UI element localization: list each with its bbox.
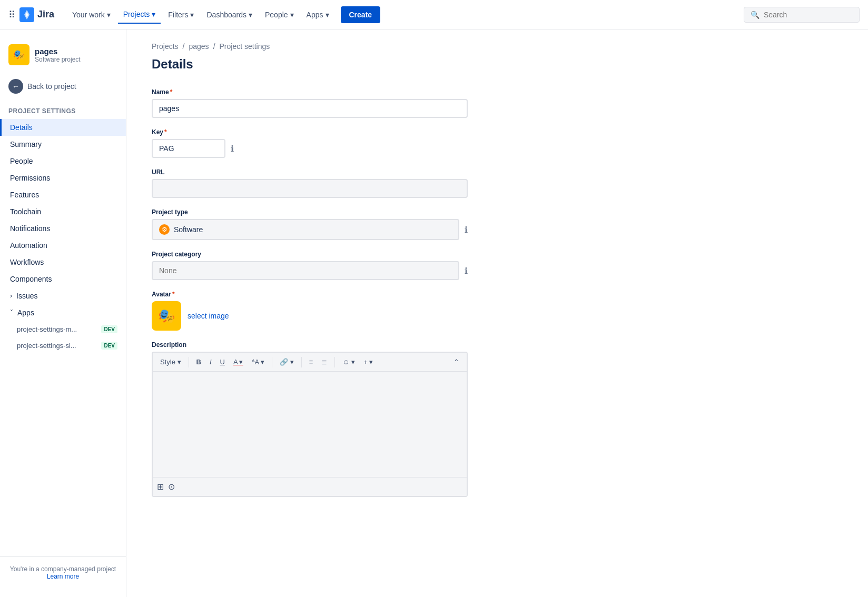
project-type-input-group: ⚙ Software ℹ — [152, 219, 468, 240]
breadcrumb-sep: / — [183, 42, 185, 51]
back-to-project-button[interactable]: ← Back to project — [0, 74, 126, 99]
project-type-field-group: Project type ⚙ Software ℹ — [152, 208, 468, 240]
toolbar-style[interactable]: Style ▾ — [157, 356, 184, 368]
editor-body[interactable] — [153, 372, 467, 477]
chevron-down-icon: ▾ — [190, 11, 194, 19]
editor-help-icon[interactable]: ⊙ — [168, 482, 175, 492]
sidebar-sub-item-project-settings-si[interactable]: project-settings-si... DEV — [0, 337, 126, 354]
sidebar-item-toolchain[interactable]: Toolchain — [0, 203, 126, 220]
info-icon[interactable]: ℹ — [465, 266, 468, 276]
learn-more-link[interactable]: Learn more — [47, 573, 79, 580]
toolbar-text-size[interactable]: ᴬA ▾ — [249, 356, 268, 368]
nav-your-work[interactable]: Your work ▾ — [67, 6, 116, 23]
url-field-group: URL — [152, 168, 468, 198]
main-layout: 🎭 pages Software project ← Back to proje… — [0, 29, 868, 597]
sidebar-item-apps[interactable]: ˅ Apps — [0, 304, 126, 321]
jira-logo[interactable]: Jira — [19, 7, 54, 22]
breadcrumb-current: Project settings — [220, 42, 270, 51]
sidebar-item-permissions[interactable]: Permissions — [0, 170, 126, 186]
search-icon: 🔍 — [751, 11, 760, 19]
chevron-down-icon: ▾ — [249, 11, 252, 19]
sidebar-item-components[interactable]: Components — [0, 271, 126, 287]
name-input[interactable] — [152, 99, 468, 118]
toolbar-italic[interactable]: I — [206, 356, 215, 368]
toolbar-sep — [272, 357, 272, 367]
sidebar-item-details[interactable]: Details — [0, 119, 126, 136]
toolbar-bullet-list[interactable]: ≡ — [306, 356, 317, 368]
sidebar-footer: You're in a company-managed project Lear… — [0, 556, 126, 589]
footer-text: You're in a company-managed project — [8, 565, 117, 573]
chevron-down-icon: ▾ — [326, 11, 329, 19]
back-icon: ← — [8, 79, 23, 94]
breadcrumb-projects[interactable]: Projects — [152, 42, 179, 51]
sidebar-item-workflows[interactable]: Workflows — [0, 254, 126, 271]
name-field-group: Name * — [152, 88, 468, 118]
project-avatar: 🎭 — [152, 301, 181, 331]
avatar-field-group: Avatar * 🎭 select image — [152, 291, 468, 331]
nav-filters[interactable]: Filters ▾ — [163, 6, 199, 23]
toolbar-underline[interactable]: U — [217, 356, 228, 368]
editor-toolbar: Style ▾ B I U A ▾ ᴬA ▾ 🔗 ▾ ≡ ≣ ☺ ▾ — [153, 353, 467, 372]
chevron-right-icon: › — [10, 292, 12, 300]
sidebar-item-issues[interactable]: › Issues — [0, 287, 126, 304]
toolbar-emoji[interactable]: ☺ ▾ — [339, 356, 358, 368]
editor-footer: ⊞ ⊙ — [153, 477, 467, 496]
main-content: Projects / pages / Project settings Deta… — [126, 29, 868, 597]
project-type-text: Software — [174, 225, 203, 234]
chevron-down-icon: ▾ — [290, 11, 294, 19]
logo-text: Jira — [37, 9, 54, 20]
info-icon[interactable]: ℹ — [465, 225, 468, 235]
nav-projects[interactable]: Projects ▾ — [118, 6, 161, 24]
nav-dashboards[interactable]: Dashboards ▾ — [201, 6, 258, 23]
toolbar-collapse[interactable]: ⌃ — [450, 356, 462, 368]
grid-icon[interactable]: ⠿ — [8, 9, 15, 21]
back-label: Back to project — [27, 82, 76, 91]
dev-badge: DEV — [101, 325, 117, 333]
key-input-group: ℹ — [152, 139, 468, 158]
project-type-value: ⚙ Software — [152, 219, 459, 240]
info-icon[interactable]: ℹ — [231, 144, 234, 154]
search-box[interactable]: 🔍 — [744, 7, 860, 23]
sidebar-item-notifications[interactable]: Notifications — [0, 220, 126, 237]
toolbar-insert[interactable]: + ▾ — [360, 356, 376, 368]
sidebar-item-features[interactable]: Features — [0, 186, 126, 203]
sidebar-item-automation[interactable]: Automation — [0, 237, 126, 254]
toolbar-text-color[interactable]: A ▾ — [230, 356, 246, 368]
url-input[interactable] — [152, 179, 468, 198]
search-input[interactable] — [764, 11, 853, 19]
search-area: 🔍 — [744, 7, 860, 23]
project-category-field-group: Project category ℹ — [152, 251, 468, 280]
toolbar-sep — [189, 357, 189, 367]
sidebar-project-header: 🎭 pages Software project — [0, 38, 126, 74]
chevron-down-icon: ˅ — [10, 309, 13, 316]
required-marker: * — [172, 291, 175, 298]
avatar-section: 🎭 select image — [152, 301, 468, 331]
required-marker: * — [170, 88, 173, 96]
description-field-group: Description Style ▾ B I U A ▾ ᴬA ▾ 🔗 ▾ — [152, 341, 468, 497]
toolbar-sep — [334, 357, 335, 367]
sidebar-item-summary[interactable]: Summary — [0, 136, 126, 153]
project-type-icon: ⚙ — [159, 224, 170, 235]
create-button[interactable]: Create — [341, 6, 381, 23]
page-title: Details — [152, 57, 843, 72]
toolbar-numbered-list[interactable]: ≣ — [318, 356, 330, 368]
details-form: Name * Key * ℹ URL — [152, 88, 468, 497]
chevron-down-icon: ▾ — [107, 11, 111, 19]
key-input[interactable] — [152, 139, 225, 158]
breadcrumb: Projects / pages / Project settings — [152, 42, 843, 51]
toolbar-link[interactable]: 🔗 ▾ — [277, 356, 297, 368]
project-category-input[interactable] — [152, 261, 459, 280]
name-label: Name * — [152, 88, 468, 96]
nav-apps[interactable]: Apps ▾ — [301, 6, 334, 23]
breadcrumb-pages[interactable]: pages — [189, 42, 209, 51]
project-info: pages Software project — [35, 47, 81, 63]
editor-attachment-icon[interactable]: ⊞ — [157, 482, 164, 492]
sidebar-item-people[interactable]: People — [0, 153, 126, 170]
project-avatar-sidebar: 🎭 — [8, 44, 29, 65]
select-image-button[interactable]: select image — [188, 312, 229, 320]
nav-people[interactable]: People ▾ — [260, 6, 299, 23]
description-label: Description — [152, 341, 468, 349]
project-category-input-group: ℹ — [152, 261, 468, 280]
sidebar-sub-item-project-settings-m[interactable]: project-settings-m... DEV — [0, 321, 126, 337]
toolbar-bold[interactable]: B — [193, 356, 204, 368]
